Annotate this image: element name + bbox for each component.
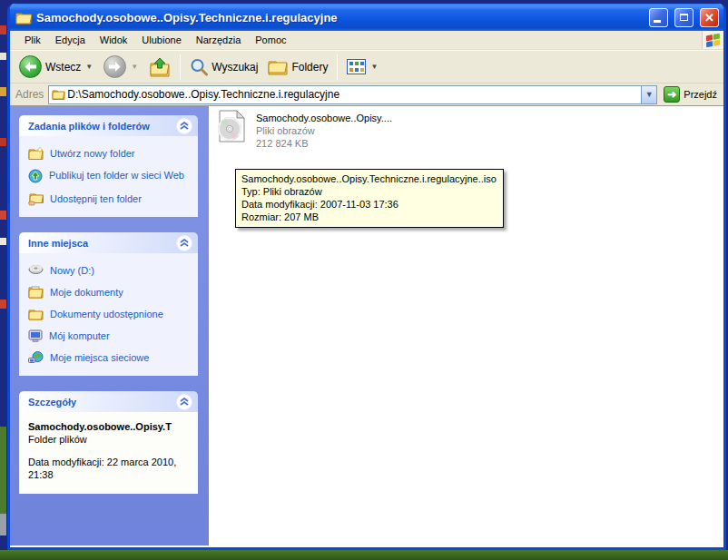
window-title: Samochody.osobowe..Opisy.Techniczne.i.re… [36, 11, 643, 25]
collapse-chevron-icon[interactable] [176, 394, 192, 410]
file-item-iso[interactable]: Samochody.osobowe..Opisy.... Pliki obraz… [216, 110, 392, 150]
panel-other-places: Inne miejsca [19, 232, 198, 376]
task-share-folder[interactable]: Udostępnij ten folder [28, 192, 192, 206]
iso-cd-file-icon [216, 110, 247, 142]
panel-other-places-header[interactable]: Inne miejsca [19, 232, 198, 253]
place-network-places[interactable]: Moje miejsca sieciowe [28, 351, 192, 365]
panel-title: Inne miejsca [28, 238, 88, 249]
folder-icon [15, 11, 32, 25]
menu-bar: Plik Edycja Widok Ulubione Narzędzia Pom… [10, 31, 723, 50]
place-label: Dokumenty udostępnione [50, 308, 163, 320]
toolbar-separator [337, 54, 338, 80]
content-area: Zadania plików i folderów [10, 106, 723, 547]
task-label: Publikuj ten folder w sieci Web [49, 169, 184, 182]
task-label: Udostępnij ten folder [50, 192, 142, 205]
collapse-chevron-icon[interactable] [176, 235, 192, 251]
back-icon [19, 55, 42, 78]
go-arrow-icon: ➜ [664, 86, 680, 103]
close-button[interactable]: ✕ [700, 8, 719, 27]
panel-file-tasks-header[interactable]: Zadania plików i folderów [19, 115, 198, 136]
menu-plik[interactable]: Plik [17, 33, 48, 47]
back-label: Wstecz [45, 61, 81, 74]
folders-button[interactable]: Foldery [264, 57, 331, 77]
my-documents-icon [28, 286, 44, 299]
file-name: Samochody.osobowe..Opisy.... [256, 112, 392, 124]
title-bar[interactable]: Samochody.osobowe..Opisy.Techniczne.i.re… [10, 4, 723, 31]
details-file-type: Folder plików [28, 434, 191, 445]
place-my-documents[interactable]: Moje dokumenty [28, 286, 192, 299]
place-drive-d[interactable]: Nowy (D:) [28, 264, 192, 277]
task-pane-sidebar: Zadania plików i folderów [10, 106, 209, 545]
views-icon [347, 59, 366, 74]
windows-logo [702, 31, 723, 49]
shared-documents-icon [28, 308, 44, 320]
maximize-button[interactable] [674, 8, 694, 27]
search-button[interactable]: Wyszukaj [186, 56, 261, 78]
minimize-button[interactable] [649, 8, 668, 27]
menu-narzedzia[interactable]: Narzędzia [189, 33, 249, 47]
task-label: Utwórz nowy folder [50, 147, 135, 160]
place-label: Mój komputer [49, 329, 110, 342]
panel-title: Zadania plików i folderów [28, 121, 150, 132]
file-type: Pliki obrazów [256, 124, 392, 137]
menu-pomoc[interactable]: Pomoc [248, 33, 293, 47]
panel-other-places-body: Nowy (D:) Moje dokumenty [19, 253, 198, 376]
panel-details-body: Samochody.osobowe..Opisy.T Folder plików… [19, 412, 198, 494]
folders-label: Foldery [291, 61, 328, 74]
tooltip-file-name: Samochody.osobowe..Opisy.Techniczne.i.re… [241, 172, 497, 185]
tooltip-file-size: Rozmiar: 207 MB [241, 211, 497, 223]
menu-widok[interactable]: Widok [93, 33, 135, 47]
search-label: Wyszukaj [212, 61, 258, 74]
toolbar-separator [180, 54, 181, 80]
task-publish-web[interactable]: Publikuj ten folder w sieci Web [28, 169, 192, 183]
forward-dropdown-icon[interactable]: ▼ [130, 63, 139, 71]
panel-title: Szczegóły [28, 397, 76, 408]
share-folder-icon [28, 192, 44, 206]
panel-file-tasks: Zadania plików i folderów [19, 115, 198, 217]
place-my-computer[interactable]: Mój komputer [28, 329, 192, 342]
tooltip-file-type: Typ: Pliki obrazów [241, 185, 497, 198]
go-button[interactable]: ➜ Przejdź [662, 86, 721, 103]
views-button[interactable]: ▼ [343, 57, 382, 76]
tooltip-modified-date: Data modyfikacji: 2007-11-03 17:36 [241, 198, 497, 211]
network-places-icon [28, 351, 44, 365]
details-file-name: Samochody.osobowe..Opisy.T [28, 421, 191, 432]
file-info-tooltip: Samochody.osobowe..Opisy.Techniczne.i.re… [235, 169, 504, 228]
panel-details: Szczegóły Samochody.osobowe..Opisy.T Fol… [19, 391, 198, 494]
file-size: 212 824 KB [256, 137, 392, 150]
go-label: Przejdź [684, 89, 717, 100]
forward-icon [103, 55, 126, 78]
disk-icon [28, 264, 44, 275]
address-folder-icon [52, 89, 65, 100]
address-input[interactable] [65, 88, 641, 101]
address-field[interactable]: ▼ [48, 85, 657, 104]
up-button[interactable] [145, 55, 174, 79]
address-bar: Adres ▼ ➜ Przejdź [10, 84, 723, 106]
task-create-folder[interactable]: Utwórz nowy folder [28, 147, 192, 160]
toolbar: Wstecz ▼ ▼ [10, 50, 723, 84]
publish-web-icon [28, 169, 43, 183]
up-folder-icon [149, 57, 171, 77]
views-dropdown-icon[interactable]: ▼ [369, 63, 379, 71]
folders-icon [268, 59, 288, 75]
search-icon [190, 58, 208, 76]
panel-details-header[interactable]: Szczegóły [19, 391, 198, 412]
address-dropdown-button[interactable]: ▼ [641, 86, 656, 103]
place-label: Nowy (D:) [50, 264, 94, 277]
back-button[interactable]: Wstecz ▼ [15, 54, 97, 80]
desktop-wallpaper-grass [0, 550, 728, 560]
place-shared-documents[interactable]: Dokumenty udostępnione [28, 308, 192, 320]
menu-edycja[interactable]: Edycja [48, 33, 93, 47]
my-computer-icon [28, 329, 43, 342]
explorer-window: Samochody.osobowe..Opisy.Techniczne.i.re… [7, 4, 726, 550]
desktop: Samochody.osobowe..Opisy.Techniczne.i.re… [0, 0, 728, 560]
address-label: Adres [15, 88, 44, 101]
place-label: Moje dokumenty [50, 286, 123, 299]
collapse-chevron-icon[interactable] [176, 118, 192, 134]
place-label: Moje miejsca sieciowe [50, 351, 149, 364]
forward-button[interactable]: ▼ [100, 54, 143, 80]
back-dropdown-icon[interactable]: ▼ [84, 63, 93, 71]
new-folder-icon [28, 147, 44, 160]
file-list-area[interactable]: Samochody.osobowe..Opisy.... Pliki obraz… [209, 106, 723, 545]
menu-ulubione[interactable]: Ulubione [134, 33, 188, 47]
